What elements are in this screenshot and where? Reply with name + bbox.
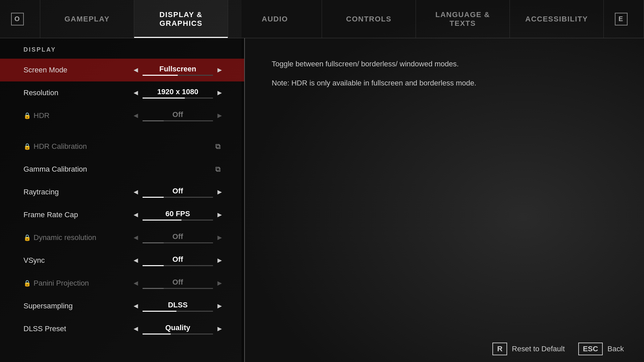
- dlss-preset-slider: [143, 334, 213, 335]
- setting-control-dynamic-resolution: ◄ Off ►: [131, 232, 225, 243]
- setting-row-resolution[interactable]: Resolution ◄ 644 x 362 ►: [0, 81, 244, 104]
- setting-row-supersampling[interactable]: Supersampling ◄ DLSS ►: [0, 295, 244, 317]
- right-panel: Toggle between fullscreen/ borderless/ w…: [245, 38, 644, 362]
- nav-left-key[interactable]: O: [0, 0, 40, 38]
- vsync-fill: [143, 265, 164, 266]
- frame-rate-value: 60 FPS: [165, 209, 190, 218]
- setting-name-dynamic-resolution: 🔒 Dynamic resolution: [23, 233, 131, 242]
- tab-controls[interactable]: CONTROLS: [322, 0, 416, 38]
- screen-mode-fill: [143, 75, 178, 76]
- setting-name-supersampling: Supersampling: [23, 302, 131, 310]
- hdr-fill: [143, 120, 164, 121]
- screen-mode-next-btn[interactable]: ►: [215, 66, 225, 74]
- panini-next-btn: ►: [215, 279, 225, 288]
- hdr-calibration-icon: ⧉: [215, 142, 221, 151]
- setting-row-hdr-calibration: 🔒 HDR Calibration ⧉: [0, 135, 244, 158]
- setting-row-screen-mode[interactable]: Screen Mode ◄ Fullscreen ►: [0, 59, 244, 81]
- raytracing-fill: [143, 197, 164, 198]
- setting-control-supersampling: ◄ DLSS ►: [131, 301, 225, 312]
- panini-prev-btn: ◄: [131, 279, 141, 288]
- resolution-fill: [143, 98, 185, 99]
- frame-rate-fill: [143, 220, 181, 221]
- dynamic-resolution-prev-btn: ◄: [131, 233, 141, 242]
- raytracing-slider: [143, 197, 213, 198]
- main-content: DISPLAY Screen Mode ◄ Fullscreen ►: [0, 38, 644, 362]
- setting-row-frame-rate-cap[interactable]: Frame Rate Cap ◄ 60 FPS ►: [0, 203, 244, 226]
- reset-default-action[interactable]: R Reset to Default: [492, 343, 565, 355]
- setting-row-dlss-preset[interactable]: DLSS Preset ◄ Quality ►: [0, 317, 244, 340]
- dlss-preset-fill: [143, 334, 171, 335]
- supersampling-prev-btn[interactable]: ◄: [131, 302, 141, 310]
- dlss-preset-value: Quality: [165, 323, 191, 332]
- dynamic-resolution-value: Off: [172, 232, 183, 241]
- bottom-bar: R Reset to Default ESC Back: [472, 336, 644, 362]
- tab-language[interactable]: LANGUAGE &TEXTS: [416, 0, 510, 38]
- setting-control-raytracing: ◄ Off ►: [131, 187, 225, 198]
- panini-slider: [143, 288, 213, 289]
- setting-control-frame-rate-cap: ◄ 60 FPS ►: [131, 209, 225, 221]
- back-action[interactable]: ESC Back: [578, 343, 624, 355]
- dlss-preset-prev-btn[interactable]: ◄: [131, 324, 141, 333]
- tab-audio[interactable]: AUDIO: [228, 0, 322, 38]
- hdr-value-box: Off: [141, 110, 215, 121]
- setting-row-vsync[interactable]: VSync ◄ Off ►: [0, 249, 244, 272]
- left-key-badge: O: [11, 13, 24, 25]
- setting-name-raytracing: Raytracing: [23, 188, 131, 196]
- back-key-badge: ESC: [578, 343, 603, 355]
- resolution-prev-btn[interactable]: ◄: [131, 88, 141, 97]
- tab-gameplay[interactable]: GAMEPLAY: [40, 0, 134, 38]
- frame-rate-slider: [143, 220, 213, 221]
- setting-name-hdr: 🔒 HDR: [23, 111, 131, 120]
- setting-row-gamma-calibration[interactable]: Gamma Calibration ⧉: [0, 158, 244, 181]
- setting-name-panini-projection: 🔒 Panini Projection: [23, 279, 131, 288]
- panini-lock-icon: 🔒: [23, 280, 31, 287]
- hdr-cal-lock-icon: 🔒: [23, 143, 31, 150]
- dynamic-resolution-value-box: Off: [141, 232, 215, 243]
- screen-mode-prev-btn[interactable]: ◄: [131, 66, 141, 74]
- reset-key-badge: R: [492, 343, 507, 355]
- dlss-preset-value-box: Quality: [141, 323, 215, 335]
- supersampling-next-btn[interactable]: ►: [215, 302, 225, 310]
- raytracing-next-btn[interactable]: ►: [215, 188, 225, 196]
- frame-rate-prev-btn[interactable]: ◄: [131, 210, 141, 219]
- frame-rate-next-btn[interactable]: ►: [215, 210, 225, 219]
- raytracing-prev-btn[interactable]: ◄: [131, 188, 141, 196]
- setting-name-screen-mode: Screen Mode: [23, 66, 131, 74]
- setting-row-hdr: 🔒 HDR ◄ Off ►: [0, 104, 244, 127]
- setting-control-hdr: ◄ Off ►: [131, 110, 225, 121]
- gamma-calibration-icon[interactable]: ⧉: [215, 165, 221, 174]
- hdr-next-btn: ►: [215, 111, 225, 120]
- panini-fill: [143, 288, 164, 289]
- right-key-badge: E: [615, 13, 628, 25]
- setting-name-frame-rate-cap: Frame Rate Cap: [23, 210, 131, 219]
- supersampling-fill: [143, 311, 176, 312]
- raytracing-value-box: Off: [141, 187, 215, 198]
- setting-control-dlss-preset: ◄ Quality ►: [131, 323, 225, 335]
- vsync-prev-btn[interactable]: ◄: [131, 256, 141, 265]
- setting-control-screen-mode: ◄ Fullscreen ►: [131, 65, 225, 76]
- setting-row-dynamic-resolution: 🔒 Dynamic resolution ◄ Off ►: [0, 226, 244, 249]
- description-line2: Note: HDR is only available in fullscree…: [272, 77, 617, 88]
- dynamic-resolution-lock-icon: 🔒: [23, 234, 31, 241]
- resolution-next-btn[interactable]: ►: [215, 88, 225, 97]
- raytracing-value: Off: [172, 187, 183, 195]
- description-line1: Toggle between fullscreen/ borderless/ w…: [272, 58, 617, 69]
- vsync-value: Off: [172, 255, 183, 264]
- vsync-next-btn[interactable]: ►: [215, 256, 225, 265]
- dynamic-resolution-next-btn: ►: [215, 233, 225, 242]
- dlss-preset-next-btn[interactable]: ►: [215, 324, 225, 333]
- left-panel: DISPLAY Screen Mode ◄ Fullscreen ►: [0, 38, 245, 362]
- nav-right-key[interactable]: E: [604, 0, 644, 38]
- tab-accessibility[interactable]: ACCESSIBILITY: [510, 0, 604, 38]
- hdr-slider: [143, 120, 213, 121]
- setting-name-vsync: VSync: [23, 256, 131, 265]
- nav-tabs: O GAMEPLAY DISPLAY &GRAPHICS AUDIO CONTR…: [0, 0, 644, 38]
- tab-display-graphics[interactable]: DISPLAY &GRAPHICS: [134, 0, 228, 38]
- dynamic-resolution-fill: [143, 242, 164, 243]
- setting-name-dlss-preset: DLSS Preset: [23, 324, 131, 333]
- section-title: DISPLAY: [0, 38, 244, 59]
- setting-row-raytracing[interactable]: Raytracing ◄ Off ►: [0, 181, 244, 203]
- supersampling-slider: [143, 311, 213, 312]
- reset-label: Reset to Default: [512, 345, 565, 353]
- hdr-calibration-name: 🔒 HDR Calibration: [23, 142, 215, 151]
